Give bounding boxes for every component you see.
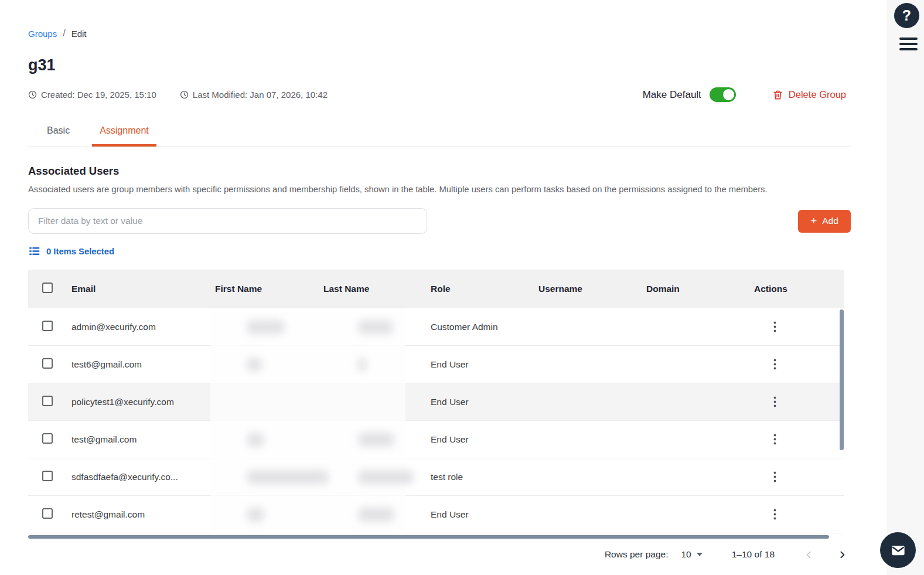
section-description: Associated users are group members with … [28,185,851,194]
last-modified-text: Last Modified: Jan 07, 2026, 10:42 [193,90,328,100]
kebab-icon [773,359,776,370]
add-button-label: Add [822,216,838,226]
make-default-label: Make Default [643,89,701,101]
table-row: test6@gmail.com End User [28,346,844,383]
next-page-button[interactable] [837,550,847,560]
rows-per-page-label: Rows per page: [605,549,669,560]
support-chat-button[interactable] [880,532,916,568]
kebab-icon [773,321,776,332]
table-row: sdfasdfaefa@xecurify.co... test role [28,458,844,496]
select-all-checkbox[interactable] [42,283,53,293]
cell-role: End User [431,397,538,407]
cell-email: admin@xecurify.com [71,322,215,332]
clock-icon [180,90,189,99]
breadcrumb-separator: / [63,28,65,39]
pagination-range: 1–10 of 18 [732,549,775,560]
chevron-right-icon [837,550,847,560]
kebab-icon [773,471,776,482]
cell-role: End User [431,434,538,445]
rows-per-page-select[interactable]: 10 [681,549,702,560]
table-row: admin@xecurify.com Customer Admin [28,308,844,346]
table-body: admin@xecurify.com Customer Admin test6@… [28,308,844,533]
table-header: Email First Name Last Name Role Username… [28,270,844,308]
row-checkbox[interactable] [42,358,53,369]
kebab-icon [773,434,776,445]
col-header-last-name: Last Name [323,284,431,294]
vertical-scrollbar[interactable] [840,309,844,450]
row-actions-menu-button[interactable] [771,506,779,522]
list-icon [28,245,40,257]
col-header-actions: Actions [754,284,844,294]
breadcrumb: Groups / Edit [28,28,851,39]
make-default-control: Make Default [643,87,736,102]
pagination-bar: Rows per page: 10 1–10 of 18 [28,549,851,560]
table-toolbar: + Add [28,208,851,234]
envelope-icon [889,542,907,559]
filter-input[interactable] [28,208,427,234]
table-row: policytest1@xecurify.com End User [28,383,844,421]
cell-email: test@gmail.com [71,434,215,445]
row-checkbox[interactable] [42,321,53,331]
cell-email: test6@gmail.com [71,359,215,370]
row-checkbox[interactable] [42,433,53,444]
add-button[interactable]: + Add [798,210,851,233]
cell-email: policytest1@xecurify.com [71,397,215,407]
row-actions-menu-button[interactable] [771,469,779,485]
hamburger-icon [899,38,918,40]
cell-role: test role [431,472,538,482]
section-title: Associated Users [28,165,851,178]
items-selected-label: 0 Items Selected [46,247,114,256]
row-actions-menu-button[interactable] [771,319,779,335]
clock-icon [28,90,37,99]
trash-icon [772,89,783,100]
right-gutter [887,0,924,575]
breadcrumb-current: Edit [71,29,87,39]
row-checkbox[interactable] [42,508,53,519]
cell-role: Customer Admin [431,322,538,332]
help-button[interactable]: ? [894,3,919,28]
col-header-username: Username [538,284,646,294]
row-actions-menu-button[interactable] [771,394,779,410]
table-row: test@gmail.com End User [28,421,844,458]
tab-assignment[interactable]: Assignment [92,125,156,147]
delete-group-label: Delete Group [789,89,846,100]
question-mark-icon: ? [902,7,911,24]
hamburger-menu-button[interactable] [899,38,918,50]
col-header-first-name: First Name [215,284,323,294]
delete-group-button[interactable]: Delete Group [772,89,846,100]
created-text: Created: Dec 19, 2025, 15:10 [41,90,156,100]
main-content: Groups / Edit g31 Created: Dec 19, 2025,… [28,28,851,560]
row-checkbox[interactable] [42,396,53,406]
cell-email: sdfasdfaefa@xecurify.co... [71,472,215,482]
associated-users-table: Email First Name Last Name Role Username… [28,270,844,533]
tab-bar: Basic Assignment [28,125,851,147]
last-modified-meta: Last Modified: Jan 07, 2026, 10:42 [180,90,328,100]
kebab-icon [773,509,776,520]
row-actions-menu-button[interactable] [771,356,779,372]
chevron-down-icon [697,553,703,556]
cell-role: End User [431,509,538,520]
kebab-icon [773,396,776,407]
col-header-role: Role [431,284,538,294]
meta-row: Created: Dec 19, 2025, 15:10 Last Modifi… [28,87,851,102]
row-actions-menu-button[interactable] [771,431,779,447]
tab-basic[interactable]: Basic [39,125,77,147]
items-selected-row: 0 Items Selected [28,245,851,257]
breadcrumb-groups-link[interactable]: Groups [28,29,57,39]
make-default-toggle[interactable] [710,87,736,102]
plus-icon: + [810,215,817,227]
rows-per-page-value: 10 [681,549,691,560]
created-meta: Created: Dec 19, 2025, 15:10 [28,90,156,100]
page-title: g31 [28,56,851,74]
col-header-domain: Domain [646,284,754,294]
cell-role: End User [431,359,538,370]
chevron-left-icon [804,550,814,560]
cell-email: retest@gmail.com [71,509,215,520]
table-row: retest@gmail.com End User [28,496,844,533]
col-header-email: Email [71,284,215,294]
horizontal-scrollbar[interactable] [28,535,829,539]
previous-page-button[interactable] [804,550,814,560]
row-checkbox[interactable] [42,471,53,481]
